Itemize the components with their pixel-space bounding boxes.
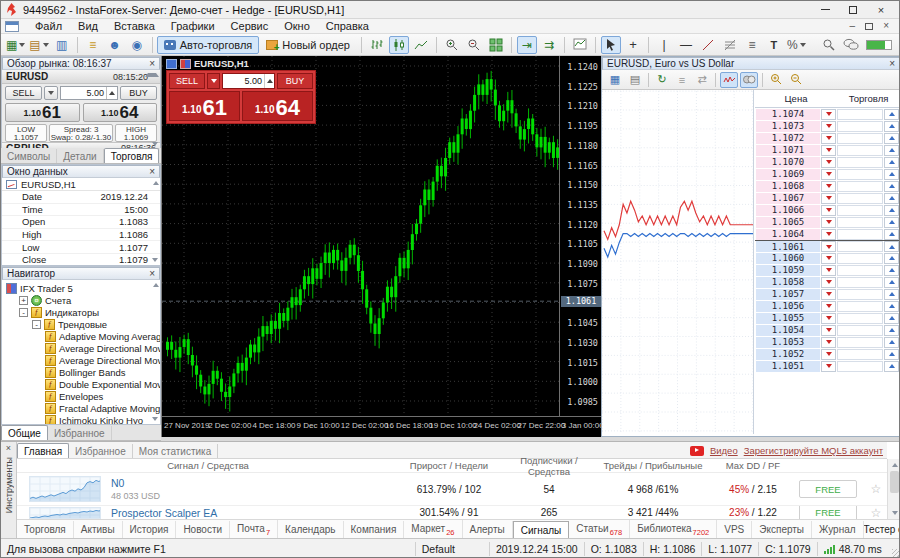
dom-price-cell[interactable]: 1.1054 xyxy=(756,325,820,336)
dom-buy-chevron[interactable] xyxy=(884,241,899,252)
navigator-item[interactable]: -ƒТрендовые xyxy=(2,318,160,330)
menu-item[interactable]: Вид xyxy=(70,20,106,32)
dom-price-cell[interactable]: 1.1068 xyxy=(756,181,820,192)
scroll-down-arrow[interactable] xyxy=(152,142,158,146)
toolbox-tab-item[interactable]: Библиотека7202 xyxy=(630,520,717,540)
navigator-item[interactable]: IFX Trader 5 xyxy=(2,282,160,294)
dom-buy-chevron[interactable] xyxy=(884,181,899,192)
dom-chart-toggle-icon[interactable]: ▦ xyxy=(606,72,624,88)
dom-sell-chevron[interactable] xyxy=(821,193,836,204)
volume-dropdown-button[interactable] xyxy=(44,86,58,100)
horizontal-line-icon[interactable]: — xyxy=(676,36,696,54)
scroll-down-arrow[interactable] xyxy=(892,511,898,515)
dom-sell-chevron[interactable] xyxy=(821,121,836,132)
toolbox-tab-item[interactable]: Компания xyxy=(344,521,405,538)
cursor-icon[interactable] xyxy=(601,36,621,54)
dom-trade-cell[interactable] xyxy=(837,277,883,288)
navigator-close-icon[interactable]: × xyxy=(149,269,155,279)
signal-row[interactable]: Prospector Scalper EA 301.54% / 91 265 3… xyxy=(17,506,887,519)
minimize-button[interactable] xyxy=(811,2,839,18)
dom-trade-cell[interactable] xyxy=(837,349,883,360)
toolbox-tab-item[interactable]: Новости xyxy=(176,521,230,538)
dom-export-icon[interactable]: ▤ xyxy=(626,72,644,88)
toolbox-tab-item[interactable]: Алерты xyxy=(463,521,513,538)
dom-buy-chevron[interactable] xyxy=(884,133,899,144)
dom-sell-chevron[interactable] xyxy=(821,253,836,264)
new-order-button[interactable]: Новый ордер xyxy=(259,36,357,54)
dom-tick-chart-icon[interactable] xyxy=(720,72,738,88)
dom-buy-chevron[interactable] xyxy=(884,337,899,348)
toolbox-tab-item[interactable]: Маркет26 xyxy=(404,520,462,540)
dom-price-cell[interactable]: 1.1074 xyxy=(756,109,820,120)
dom-sell-chevron[interactable] xyxy=(821,157,836,168)
market-watch-tab-item[interactable]: Детали xyxy=(57,149,103,163)
dom-price-cell[interactable]: 1.1056 xyxy=(756,301,820,312)
dom-price-cell[interactable]: 1.1066 xyxy=(756,205,820,216)
status-profile[interactable]: Default xyxy=(415,542,489,556)
dom-buy-chevron[interactable] xyxy=(884,229,899,240)
scroll-thumb[interactable] xyxy=(890,471,899,493)
navigator-item[interactable]: ƒAdaptive Moving Averag xyxy=(2,330,160,342)
scroll-down-arrow[interactable] xyxy=(152,258,158,262)
toolbox-tab-item[interactable]: История xyxy=(123,521,177,538)
dom-price-cell[interactable]: 1.1053 xyxy=(756,337,820,348)
signal-name-link[interactable]: N0 xyxy=(111,477,124,489)
dom-buy-chevron[interactable] xyxy=(884,349,899,360)
signals-tab-active[interactable]: Главная xyxy=(17,443,69,458)
navigator-item[interactable]: ƒBollinger Bands xyxy=(2,366,160,378)
navigator-item[interactable]: ƒFractal Adaptive Moving xyxy=(2,402,160,414)
dom-zoom-out-icon[interactable] xyxy=(787,72,805,88)
dom-buy-chevron[interactable] xyxy=(884,301,899,312)
dom-price-cell[interactable]: 1.1070 xyxy=(756,157,820,168)
candle-chart-icon[interactable] xyxy=(389,36,409,54)
signal-price-button[interactable]: FREE xyxy=(799,480,857,498)
signal-row[interactable]: N0 48 033 USD 613.79% / 102 54 4 968 /61… xyxy=(17,473,887,506)
chart-sell-price-button[interactable]: 1.10 61 xyxy=(169,91,240,121)
dom-price-cell[interactable]: 1.1059 xyxy=(756,265,820,276)
dom-sell-chevron[interactable] xyxy=(821,265,836,276)
tile-windows-icon[interactable] xyxy=(486,36,506,54)
toolbox-tab-item[interactable]: Эксперты xyxy=(752,521,812,538)
dom-trade-cell[interactable] xyxy=(837,133,883,144)
buy-button[interactable]: BUY xyxy=(120,86,157,100)
dom-price-cell[interactable]: 1.1067 xyxy=(756,193,820,204)
navigator-item[interactable]: ƒDouble Exponential Movi xyxy=(2,378,160,390)
menu-item[interactable]: Файл xyxy=(27,20,70,32)
dom-sell-chevron[interactable] xyxy=(821,289,836,300)
toolbox-tab-item[interactable]: VPS xyxy=(717,521,752,538)
menu-item[interactable]: Справка xyxy=(318,20,377,32)
chart-volume-input[interactable]: 5.00 xyxy=(222,73,275,89)
trend-line-icon[interactable] xyxy=(698,36,718,54)
shapes-icon[interactable]: % xyxy=(786,36,807,54)
buy-price-button[interactable]: 1.10 64 xyxy=(83,103,158,122)
dom-price-cell[interactable]: 1.1058 xyxy=(756,277,820,288)
dom-buy-chevron[interactable] xyxy=(884,253,899,264)
scroll-up-arrow[interactable] xyxy=(153,181,159,185)
dom-trade-cell[interactable] xyxy=(837,361,883,372)
toolbox-tab-item[interactable]: Торговля xyxy=(17,521,74,538)
dom-trade-cell[interactable] xyxy=(837,145,883,156)
dom-orders-icon[interactable]: ≡ xyxy=(673,72,691,88)
dom-sell-chevron[interactable] xyxy=(821,241,836,252)
data-window-close-icon[interactable]: × xyxy=(149,167,155,177)
menu-item[interactable]: Вставка xyxy=(106,20,163,32)
dom-sell-chevron[interactable] xyxy=(821,109,836,120)
toolbox-tab-active[interactable]: Сигналы xyxy=(513,521,570,539)
chart-buy-button[interactable]: BUY xyxy=(277,73,313,89)
auto-scroll-icon[interactable]: ⇉ xyxy=(539,36,559,54)
dom-buy-chevron[interactable] xyxy=(884,361,899,372)
dom-refresh-icon[interactable]: ↻ xyxy=(653,72,671,88)
profiles-button[interactable]: ▤ xyxy=(28,36,49,54)
sell-price-button[interactable]: 1.10 61 xyxy=(5,103,80,122)
signals-column-header[interactable]: Трейды / Прибыльные xyxy=(599,460,707,471)
chart-volume-increase-icon[interactable] xyxy=(264,74,274,88)
video-link[interactable]: Видео xyxy=(710,445,738,456)
fibonacci-icon[interactable] xyxy=(720,36,740,54)
dom-buy-chevron[interactable] xyxy=(884,289,899,300)
search-icon[interactable] xyxy=(819,36,839,54)
menu-item[interactable]: Сервис xyxy=(223,20,277,32)
dom-buy-chevron[interactable] xyxy=(884,313,899,324)
equidistant-channel-icon[interactable]: ≡ xyxy=(742,36,762,54)
dom-price-cell[interactable]: 1.1064 xyxy=(756,229,820,240)
community-button[interactable]: ☻ xyxy=(105,36,125,54)
